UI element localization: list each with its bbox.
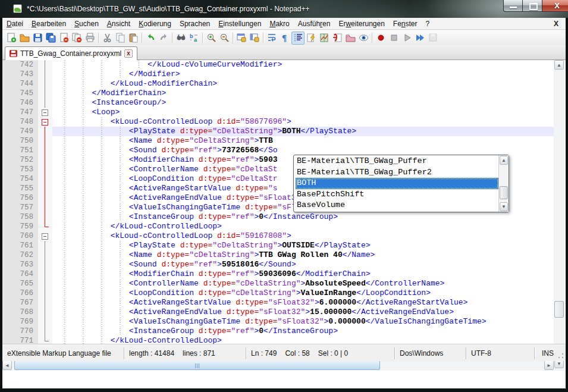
sync-vertical-icon[interactable] xyxy=(235,32,248,45)
status-eol-format[interactable]: Dos\Windows xyxy=(395,347,466,359)
menu-item-erweiterungen[interactable]: Erweiterungen xyxy=(334,18,388,30)
macro-play-icon[interactable] xyxy=(400,32,413,45)
code-text[interactable]: <Sound d:type="ref">73726568</So xyxy=(52,146,554,155)
code-line-769[interactable]: 769 <ValueIsChangingGateTime d:type="sFl… xyxy=(2,317,554,327)
tab-close-icon[interactable]: x xyxy=(124,49,133,58)
code-line-767[interactable]: 767 <ActiveRangeStartValue d:type="sFloa… xyxy=(2,298,554,308)
fold-marker[interactable] xyxy=(38,222,52,231)
scroll-up-icon[interactable]: ▲ xyxy=(554,60,564,70)
autocomplete-scroll-thumb[interactable] xyxy=(500,186,508,199)
sync-horizontal-icon[interactable] xyxy=(248,32,261,45)
autocomplete-item[interactable]: BE-Material\TTB_GWag_Puffer2 xyxy=(296,167,498,178)
code-line-766[interactable]: 766 <LoopCondition d:type="cDeltaString"… xyxy=(2,288,554,298)
code-line-763[interactable]: 763 <Sound d:type="ref">59518016</Sound> xyxy=(2,260,554,269)
menu-item-?[interactable]: ? xyxy=(422,18,434,30)
new-file-icon[interactable] xyxy=(5,32,18,45)
code-text[interactable]: </ModifierChain> xyxy=(52,89,554,98)
autocomplete-scrollbar[interactable]: ▲ ▼ xyxy=(498,155,509,212)
show-all-characters-icon[interactable]: ¶ xyxy=(278,32,291,45)
cut-icon[interactable] xyxy=(101,32,114,45)
menu-item-einstellungen[interactable]: Einstellungen xyxy=(214,18,265,30)
editor-pane[interactable]: 742 </kLoud-cVolumeCurveModifier>743 </M… xyxy=(2,60,566,388)
fold-marker[interactable] xyxy=(38,231,52,241)
code-line-764[interactable]: 764 <ModifierChain d:type="ref">59036096… xyxy=(2,269,554,279)
close-document-x-icon[interactable]: X xyxy=(551,18,561,29)
menu-item-kodierung[interactable]: Kodierung xyxy=(134,18,175,30)
menu-item-fenster[interactable]: Fenster xyxy=(389,18,422,30)
code-line-742[interactable]: 742 </kLoud-cVolumeCurveModifier> xyxy=(2,60,554,70)
scroll-up-icon[interactable]: ▲ xyxy=(500,156,508,165)
code-line-761[interactable]: 761 <PlayState d:type="cDeltaString">OUT… xyxy=(2,241,554,250)
code-text[interactable]: <PlayState d:type="cDeltaString">BOTH</P… xyxy=(52,127,554,136)
code-text[interactable]: <ControllerName d:type="cDeltaString">Ab… xyxy=(52,279,554,288)
autocomplete-list[interactable]: BE-Material\TTB_GWag_PufferBE-Material\T… xyxy=(294,155,498,212)
code-line-749[interactable]: 749 <PlayState d:type="cDeltaString">BOT… xyxy=(2,127,554,136)
code-text[interactable]: <kLoud-cControlledLoop d:id="59167808"> xyxy=(52,231,554,241)
code-text[interactable]: <InstanceGroup d:type="ref">0</InstanceG… xyxy=(52,327,554,336)
code-text[interactable]: <ModifierChain d:type="ref">59036096</Mo… xyxy=(52,269,554,279)
status-encoding[interactable]: UTF-8 xyxy=(466,347,535,359)
vertical-scroll-thumb[interactable] xyxy=(554,301,564,318)
replace-icon[interactable]: ba xyxy=(187,32,200,45)
document-map-icon[interactable] xyxy=(318,32,331,45)
open-folder-icon[interactable] xyxy=(18,32,31,45)
menu-item-sprachen[interactable]: Sprachen xyxy=(175,18,214,30)
folder-as-workspace-icon[interactable] xyxy=(344,32,357,45)
code-text[interactable]: <ValueIsChangingGateTime d:type="sFloat3… xyxy=(52,317,554,327)
code-text[interactable]: </Modifier> xyxy=(52,70,554,79)
zoom-in-icon[interactable] xyxy=(205,32,218,45)
copy-icon[interactable] xyxy=(114,32,127,45)
code-text[interactable]: <ActiveRangeStartValue d:type="sFloat32"… xyxy=(52,298,554,308)
fold-collapse-icon[interactable] xyxy=(42,119,48,126)
horizontal-scrollbar[interactable]: ◄ ► xyxy=(2,360,554,371)
vertical-scrollbar[interactable]: ▲ ▼ xyxy=(554,60,564,368)
resize-grip-icon[interactable] xyxy=(557,352,564,359)
code-text[interactable]: <Sound d:type="ref">59518016</Sound> xyxy=(52,260,554,269)
fold-marker[interactable] xyxy=(38,117,52,127)
code-line-765[interactable]: 765 <ControllerName d:type="cDeltaString… xyxy=(2,279,554,288)
code-text[interactable]: <Loop> xyxy=(52,108,554,117)
code-line-770[interactable]: 770 <InstanceGroup d:type="ref">0</Insta… xyxy=(2,327,554,336)
paste-icon[interactable] xyxy=(127,32,140,45)
code-line-746[interactable]: 746 <InstanceGroup/> xyxy=(2,98,554,108)
function-list-icon[interactable] xyxy=(331,32,344,45)
code-line-747[interactable]: 747 <Loop> xyxy=(2,108,554,117)
code-text[interactable]: <InstanceGroup d:type="ref">0</InstanceG… xyxy=(52,212,554,222)
code-text[interactable]: <kLoud-cControlledLoop d:id="58677696"> xyxy=(52,117,554,127)
autocomplete-dropdown[interactable]: BE-Material\TTB_GWag_PufferBE-Material\T… xyxy=(293,155,509,212)
close-button[interactable] xyxy=(542,0,568,12)
macro-run-multiple-icon[interactable] xyxy=(413,32,426,45)
code-line-744[interactable]: 744 </kLoud-cModifierChain> xyxy=(2,79,554,89)
code-line-745[interactable]: 745 </ModifierChain> xyxy=(2,89,554,98)
menu-item-datei[interactable]: Datei xyxy=(2,18,27,30)
word-wrap-icon[interactable] xyxy=(265,32,278,45)
code-text[interactable]: <LoopCondition d:type="cDeltaString">Val… xyxy=(52,288,554,298)
code-text[interactable]: </kLoud-cControlledLoop> xyxy=(52,222,554,231)
macro-record-icon[interactable] xyxy=(374,32,387,45)
fold-marker[interactable] xyxy=(38,108,52,117)
autocomplete-item[interactable]: BOTH xyxy=(296,178,498,189)
code-line-750[interactable]: 750 <Name d:type="cDeltaString">TTB xyxy=(2,136,554,146)
macro-stop-icon[interactable] xyxy=(387,32,400,45)
horizontal-scroll-thumb[interactable] xyxy=(14,360,380,370)
code-text[interactable]: <ActiveRangeEndValue d:type="sFloat32">1… xyxy=(52,308,554,317)
zoom-out-icon[interactable] xyxy=(218,32,231,45)
menu-item-bearbeiten[interactable]: Bearbeiten xyxy=(27,18,70,30)
menu-item-suchen[interactable]: Suchen xyxy=(70,18,103,30)
code-line-762[interactable]: 762 <Name d:type="cDeltaString">TTB GWag… xyxy=(2,250,554,260)
undo-icon[interactable] xyxy=(144,32,157,45)
menu-item-makro[interactable]: Makro xyxy=(265,18,293,30)
menu-item-ansicht[interactable]: Ansicht xyxy=(103,18,134,30)
macro-save-icon[interactable] xyxy=(426,32,440,45)
code-line-760[interactable]: 760 <kLoud-cControlledLoop d:id="5916780… xyxy=(2,231,554,241)
save-all-icon[interactable] xyxy=(44,32,57,45)
autocomplete-item[interactable]: BasePitchShift xyxy=(296,189,498,200)
fold-collapse-icon[interactable] xyxy=(42,233,48,240)
code-line-748[interactable]: 748 <kLoud-cControlledLoop d:id="5867769… xyxy=(2,117,554,127)
indent-guide-icon[interactable] xyxy=(291,32,305,45)
status-insert-mode[interactable]: INS xyxy=(535,347,566,359)
code-text[interactable]: <Name d:type="cDeltaString">TTB GWag Rol… xyxy=(52,250,554,260)
menu-item-ausfhren[interactable]: Ausführen xyxy=(294,18,335,30)
code-line-759[interactable]: 759 </kLoud-cControlledLoop> xyxy=(2,222,554,231)
code-text[interactable]: <Name d:type="cDeltaString">TTB xyxy=(52,136,554,146)
